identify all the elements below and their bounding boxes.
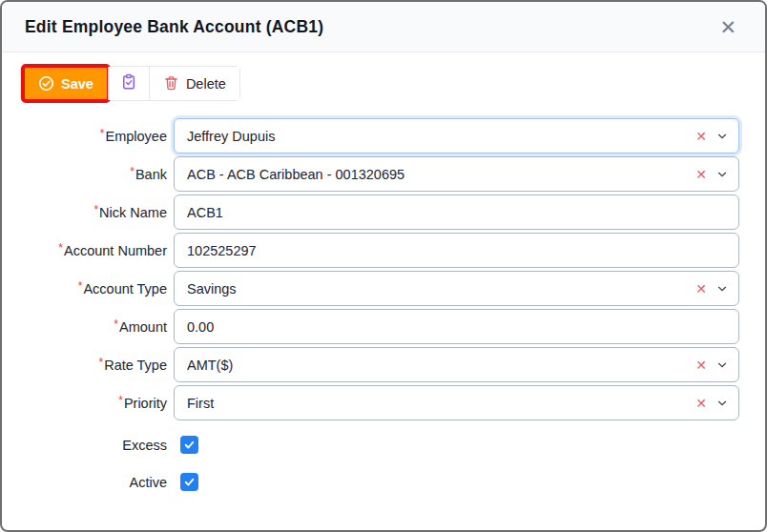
chevron-down-icon[interactable]: [715, 130, 729, 143]
form-row-account-number: *Account Number 102525297: [2, 233, 739, 268]
priority-select[interactable]: First ✕: [174, 385, 739, 420]
bank-value: ACB - ACB Caribbean - 001320695: [187, 167, 695, 182]
amount-value: 0.00: [187, 319, 729, 335]
nick-name-value: ACB1: [187, 205, 729, 220]
required-asterisk: *: [100, 127, 105, 140]
toolbar-button-group: Save: [23, 66, 240, 101]
delete-button-label: Delete: [186, 76, 226, 92]
employee-select[interactable]: Jeffrey Dupuis ✕: [174, 118, 739, 153]
close-icon[interactable]: ✕: [714, 15, 742, 39]
modal-header: Edit Employee Bank Account (ACB1) ✕: [2, 2, 765, 52]
account-type-select[interactable]: Savings ✕: [174, 271, 739, 306]
form-row-active: Active: [2, 473, 739, 491]
field-label: *Rate Type: [2, 358, 174, 373]
clear-icon[interactable]: ✕: [695, 130, 707, 143]
field-label: Excess: [2, 438, 174, 453]
active-checkbox[interactable]: [180, 473, 198, 491]
required-asterisk: *: [58, 241, 63, 255]
rate-type-select[interactable]: AMT($) ✕: [174, 347, 739, 382]
rate-type-value: AMT($): [187, 358, 695, 373]
employee-value: Jeffrey Dupuis: [187, 129, 695, 144]
clipboard-check-button[interactable]: [108, 67, 149, 100]
account-number-value: 102525297: [187, 243, 729, 258]
save-button-label: Save: [61, 76, 93, 92]
required-asterisk: *: [78, 279, 83, 293]
field-label: *Account Type: [2, 281, 174, 297]
field-label: Active: [2, 475, 174, 490]
check-circle-icon: [38, 75, 54, 92]
clipboard-check-icon: [120, 73, 137, 93]
chevron-down-icon[interactable]: [715, 397, 729, 410]
field-label: *Employee: [2, 129, 174, 144]
bank-select[interactable]: ACB - ACB Caribbean - 001320695 ✕: [174, 156, 739, 192]
form-row-nick-name: *Nick Name ACB1: [2, 194, 739, 230]
excess-checkbox[interactable]: [180, 436, 198, 454]
delete-button[interactable]: Delete: [149, 67, 239, 100]
trash-icon: [163, 74, 179, 93]
edit-bank-account-modal: Edit Employee Bank Account (ACB1) ✕ Save: [0, 0, 767, 532]
amount-input[interactable]: 0.00: [174, 309, 739, 344]
form-row-account-type: *Account Type Savings ✕: [2, 271, 739, 306]
chevron-down-icon[interactable]: [715, 282, 729, 296]
form-row-priority: *Priority First ✕: [2, 385, 739, 420]
form-row-excess: Excess: [2, 436, 739, 454]
modal-title: Edit Employee Bank Account (ACB1): [25, 17, 714, 37]
required-asterisk: *: [118, 394, 123, 407]
check-icon: [183, 439, 196, 451]
nick-name-input[interactable]: ACB1: [174, 194, 739, 230]
form-row-bank: *Bank ACB - ACB Caribbean - 001320695 ✕: [2, 156, 739, 192]
chevron-down-icon[interactable]: [715, 358, 729, 372]
field-label: *Account Number: [2, 243, 174, 258]
account-number-input[interactable]: 102525297: [174, 233, 739, 268]
save-button[interactable]: Save: [24, 67, 108, 100]
form-row-employee: *Employee Jeffrey Dupuis ✕: [2, 118, 739, 153]
clear-icon[interactable]: ✕: [695, 358, 707, 372]
field-label: *Priority: [2, 396, 174, 411]
field-label: *Bank: [2, 167, 174, 182]
check-icon: [183, 476, 196, 488]
required-asterisk: *: [114, 317, 118, 331]
clear-icon[interactable]: ✕: [695, 282, 707, 296]
toolbar: Save: [2, 52, 765, 113]
field-label: *Nick Name: [2, 205, 174, 220]
chevron-down-icon[interactable]: [715, 168, 729, 181]
required-asterisk: *: [130, 165, 135, 178]
form-row-rate-type: *Rate Type AMT($) ✕: [2, 347, 739, 382]
form-row-amount: *Amount 0.00: [2, 309, 739, 344]
account-type-value: Savings: [187, 281, 695, 297]
field-label: *Amount: [2, 319, 174, 335]
priority-value: First: [187, 396, 695, 411]
clear-icon[interactable]: ✕: [695, 397, 707, 410]
required-asterisk: *: [93, 203, 98, 216]
clear-icon[interactable]: ✕: [695, 168, 707, 181]
form-area: *Employee Jeffrey Dupuis ✕ *Bank ACB - A…: [2, 113, 765, 530]
required-asterisk: *: [98, 356, 103, 369]
